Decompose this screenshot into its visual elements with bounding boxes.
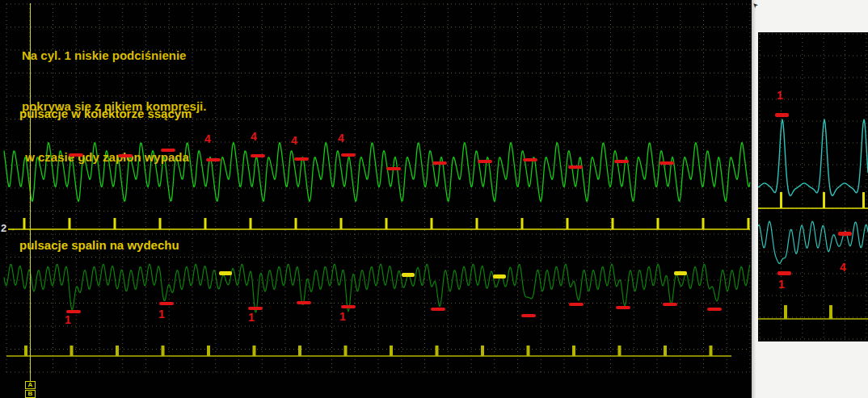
- sync-mid-pulse: [476, 218, 478, 229]
- sync-mid-pulse: [748, 218, 750, 229]
- sync-mid-pulse: [657, 218, 659, 229]
- cursor-b-handle[interactable]: B: [25, 390, 36, 398]
- sync-bottom-pulse: [618, 346, 622, 356]
- diagnostic-scope-screenshot: Na cyl. 1 niskie podciśnienie pokrywa si…: [0, 0, 868, 398]
- sync-mid-pulse: [612, 218, 614, 229]
- sync-mid-pulse: [114, 218, 116, 229]
- zoom-scope-canvas: [758, 32, 868, 341]
- sync-mid-pulse: [69, 218, 71, 229]
- note-line-3: w czasie gdy zapłon wypada: [22, 149, 206, 165]
- sync-zoom-top-pulse: [780, 192, 782, 208]
- sync-zoom-top-pulse: [862, 192, 865, 208]
- sync-mid-pulse: [340, 218, 343, 229]
- sync-mid-pulse: [23, 218, 26, 229]
- sync-mid-pulse: [250, 218, 252, 229]
- main-scope-panel: Na cyl. 1 niskie podciśnienie pokrywa si…: [0, 0, 752, 398]
- sync-bottom-pulse: [572, 346, 575, 356]
- intake-manifold-label: pulsacje w kolektorze ssącym: [19, 107, 192, 120]
- sync-mid-pulse: [386, 218, 388, 229]
- sync-zoom-bottom-pulse: [829, 305, 832, 319]
- sync-bottom-pulse: [344, 346, 348, 356]
- sync-zoom-top-pulse: [823, 192, 825, 208]
- sync-bottom-pulse: [710, 346, 713, 356]
- sync-bottom-pulse: [527, 346, 530, 356]
- exhaust-pulsation-label: pulsacje spalin na wydechu: [19, 238, 179, 252]
- sync-mid-pulse: [567, 218, 569, 229]
- sync-bottom-pulse: [253, 346, 256, 356]
- note-line-1: Na cyl. 1 niskie podciśnienie: [22, 47, 206, 64]
- sync-mid-pulse: [295, 218, 297, 229]
- trigger-arrow-icon: →: [7, 224, 15, 233]
- sync-bottom-pulse: [162, 346, 165, 356]
- channel-2-number: 2: [1, 222, 6, 234]
- exhaust-zoom-waveform: [758, 221, 868, 263]
- sync-bottom-pulse: [481, 346, 484, 356]
- sync-mid-pulse: [431, 218, 433, 229]
- sync-bottom-pulse: [207, 346, 210, 356]
- sync-bottom-pulse: [298, 346, 301, 356]
- sync-mid-pulse: [204, 218, 207, 229]
- sync-bottom-pulse: [116, 346, 119, 356]
- sync-bottom-pulse: [70, 346, 74, 356]
- sync-zoom-bottom-pulse: [784, 305, 787, 319]
- sync-bottom-pulse: [390, 346, 393, 356]
- sync-bottom-pulse: [436, 346, 439, 356]
- panel-divider: [752, 0, 758, 398]
- sync-bottom-pulse: [664, 346, 667, 356]
- zoom-scope-panel: 114: [758, 32, 868, 341]
- sync-mid-pulse: [702, 218, 705, 229]
- compression-peak-waveform: [758, 119, 868, 196]
- sync-bottom-pulse: [24, 346, 27, 356]
- channel-2-indicator[interactable]: 2 →: [1, 222, 15, 234]
- exhaust-waveform: [4, 264, 750, 312]
- cursor-a-handle[interactable]: A: [25, 381, 36, 389]
- sync-mid-pulse: [521, 218, 524, 229]
- sync-mid-pulse: [159, 218, 162, 229]
